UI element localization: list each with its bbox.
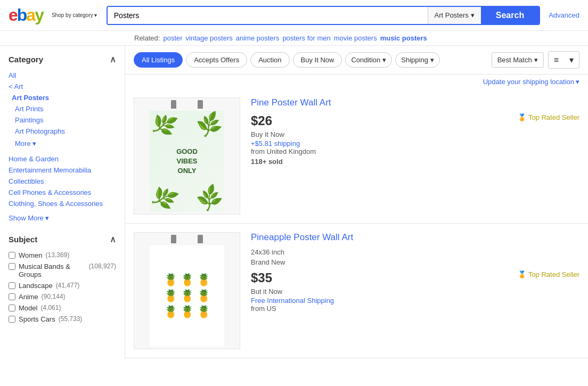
filter-right-controls: Best Match ▾ ≡ ▾ (492, 51, 579, 69)
shipping-location-bar[interactable]: Update your shipping location ▾ (125, 75, 588, 89)
subject-checkbox-women[interactable] (9, 252, 15, 259)
sidebar-item-clothing[interactable]: Clothing, Shoes & Accessories (9, 200, 103, 208)
main-content: Category ∧ All < Art Art Posters Art Pri… (0, 46, 588, 358)
logo-e: e (9, 5, 17, 25)
collapse-icon[interactable]: ∧ (110, 234, 116, 244)
view-toggle[interactable]: ≡ ▾ (548, 51, 579, 69)
sidebar-item-paintings[interactable]: Paintings (9, 116, 43, 124)
filter-buy-it-now[interactable]: Buy It Now (293, 52, 342, 68)
list-view-icon[interactable]: ≡ (549, 52, 564, 68)
product-origin-pineapple: from US (251, 305, 507, 313)
advanced-link[interactable]: Advanced (549, 11, 579, 19)
product-buy-now-pine: Buy It Now (251, 130, 507, 138)
filter-accepts-offers[interactable]: Accepts Offers (186, 52, 247, 68)
sidebar-more-link[interactable]: More ▾ (9, 139, 116, 147)
top-rated-text-pine: Top Rated Seller (528, 113, 579, 121)
subject-anime: Anime (90,144) (9, 291, 116, 302)
sidebar-item-all[interactable]: All (9, 71, 16, 79)
product-buy-now-pineapple: But it Now (251, 288, 507, 295)
pineapple-icon: 🍍 (180, 305, 194, 319)
chevron-down-icon: ▾ (94, 12, 97, 18)
sidebar-item-art-posters[interactable]: Art Posters (9, 94, 49, 102)
subject-checkbox-musical-bands[interactable] (9, 263, 15, 270)
product-condition-pineapple: Brand New (251, 258, 579, 266)
collapse-icon[interactable]: ∧ (110, 54, 116, 64)
related-link-vintage[interactable]: vintage posters (186, 34, 233, 42)
sidebar-show-more[interactable]: Show More ▾ (9, 214, 116, 222)
sidebar-item-home-garden[interactable]: Home & Garden (9, 155, 59, 163)
medal-icon: 🏅 (518, 270, 526, 278)
product-image-pineapple[interactable]: 🍍 🍍 🍍 🍍 🍍 🍍 🍍 🍍 🍍 (134, 232, 240, 349)
pineapple-icon: 🍍 (197, 305, 211, 319)
product-origin-pine: from United Kingdom (251, 147, 507, 155)
subject-checkbox-anime[interactable] (9, 293, 15, 300)
medal-icon: 🏅 (518, 113, 526, 121)
top-rated-badge-pineapple: 🏅 Top Rated Seller (518, 270, 579, 278)
product-info-pineapple: Pineapple Poster Wall Art 24x36 inch Bra… (251, 232, 579, 349)
product-title-pineapple[interactable]: Pineapple Poster Wall Art (251, 232, 579, 243)
subject-checkbox-sports-cars[interactable] (9, 316, 15, 323)
product-title-pine[interactable]: Pine Poster Wall Art (251, 97, 579, 108)
search-button[interactable]: Search (481, 7, 539, 24)
sidebar-item-collectibles[interactable]: Collectibles (9, 177, 44, 185)
filter-all-listings[interactable]: All Listings (134, 52, 183, 68)
subject-checkbox-landscape[interactable] (9, 282, 15, 289)
related-link-music[interactable]: music posters (380, 34, 427, 42)
category-title-text: Category (9, 55, 43, 64)
product-image-pine[interactable]: 🌿 🌿 🌿 🌿 GOODVIBESONLY (134, 97, 240, 215)
related-link-men[interactable]: posters for men (282, 34, 330, 42)
subject-musical-bands: Musical Bands & Groups (108,927) (9, 261, 116, 280)
shipping-label: Shipping (401, 56, 428, 64)
logo-y: y (35, 5, 43, 25)
subject-checkbox-model[interactable] (9, 305, 15, 311)
logo-a: a (26, 5, 35, 25)
subject-title-text: Subject (9, 235, 37, 244)
product-details-pineapple: $35 But it Now Free International Shippi… (251, 270, 579, 313)
search-input[interactable] (108, 7, 428, 24)
sidebar-item-art[interactable]: < Art (9, 83, 23, 91)
pineapple-icon: 🍍 (197, 273, 211, 287)
sidebar-item-art-photographs[interactable]: Art Photographs (9, 127, 65, 135)
leaf-icon: 🌿 (149, 183, 181, 214)
product-item-pine: 🌿 🌿 🌿 🌿 GOODVIBESONLY Pine Poster Wall A… (125, 89, 588, 224)
subject-count-musical-bands: (108,927) (89, 262, 116, 270)
related-link-anime[interactable]: anime posters (236, 34, 280, 42)
sidebar: Category ∧ All < Art Art Posters Art Pri… (0, 46, 125, 358)
product-badge-pineapple: 🏅 Top Rated Seller (507, 270, 579, 278)
pineapple-icon: 🍍 (164, 289, 178, 303)
category-select[interactable]: Art Posters ▾ (428, 7, 481, 24)
subject-label-landscape: Landscape (19, 282, 53, 290)
related-link-movie[interactable]: movie posters (334, 34, 377, 42)
product-list: 🌿 🌿 🌿 🌿 GOODVIBESONLY Pine Poster Wall A… (125, 89, 588, 358)
shop-by-category[interactable]: Shop by category ▾ (51, 12, 97, 18)
chevron-down-icon: ▾ (471, 11, 475, 19)
ebay-logo[interactable]: e b a y (9, 5, 43, 25)
subject-label-model: Model (19, 304, 37, 312)
filter-auction[interactable]: Auction (250, 52, 289, 68)
subject-count-sports-cars: (55,733) (59, 315, 83, 323)
condition-label: Condition (351, 56, 380, 64)
subject-sports-cars: Sports Cars (55,733) (9, 314, 116, 325)
product-price-pineapple: $35 (251, 270, 507, 285)
product-price-pine: $26 (251, 113, 507, 128)
subject-section: Subject ∧ Women (13,369) Musical Bands &… (9, 234, 116, 325)
chevron-down-icon: ▾ (576, 78, 579, 86)
leaf-icon: 🌿 (194, 110, 225, 139)
related-link-poster[interactable]: poster (163, 34, 182, 42)
pineapple-grid: 🍍 🍍 🍍 🍍 🍍 🍍 🍍 🍍 🍍 (164, 273, 211, 319)
product-pricing-pineapple: $35 But it Now Free International Shippi… (251, 270, 507, 313)
category-title: Category ∧ (9, 54, 116, 64)
chevron-down-icon[interactable]: ▾ (564, 52, 579, 68)
shop-by-label: Shop by category (52, 12, 93, 18)
sidebar-item-cell-phones[interactable]: Cell Phones & Accessories (9, 188, 91, 196)
subject-count-women: (13,369) (46, 251, 70, 259)
sidebar-item-art-prints[interactable]: Art Prints (9, 105, 43, 113)
filter-condition-dropdown[interactable]: Condition ▾ (345, 52, 392, 68)
product-subtitle-pineapple: 24x36 inch (251, 248, 579, 256)
product-badge-pine: 🏅 Top Rated Seller (507, 113, 579, 121)
chevron-down-icon: ▾ (534, 56, 538, 64)
filter-shipping-dropdown[interactable]: Shipping ▾ (395, 52, 440, 68)
sort-label: Best Match (497, 56, 532, 64)
sidebar-item-entertainment[interactable]: Entertainment Memorabilia (9, 166, 91, 174)
sort-dropdown[interactable]: Best Match ▾ (492, 52, 544, 68)
